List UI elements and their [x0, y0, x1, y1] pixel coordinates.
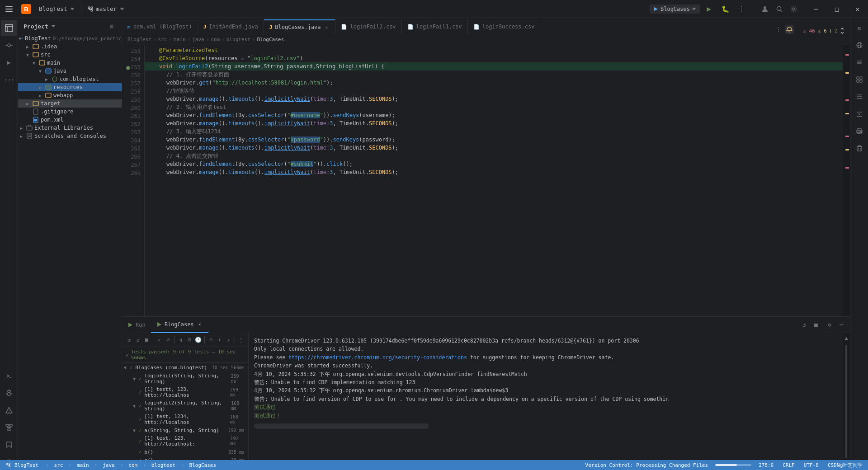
right-printer-icon[interactable] — [851, 123, 868, 139]
test-exclude-icon[interactable]: ⊘ — [165, 335, 171, 345]
right-list-icon[interactable] — [851, 54, 868, 70]
sidebar-title[interactable]: Project — [24, 23, 56, 30]
tab-loginfail1[interactable]: 📄 loginFail1.csv — [402, 19, 468, 34]
bc-main[interactable]: main — [174, 37, 186, 42]
username[interactable]: CSDN@叶芝同学 — [826, 462, 864, 469]
scroll-up-icon[interactable]: ▲ — [844, 335, 848, 341]
tab-initandend[interactable]: J InitAndEnd.java — [198, 19, 264, 34]
rerun-icon[interactable]: ↺ — [799, 320, 809, 330]
right-list2-icon[interactable] — [851, 71, 868, 88]
stop-test-icon[interactable]: ■ — [143, 335, 150, 345]
test-group-root[interactable]: ▼ ✓ BlogCases (com.blogtest) 10 sec 566m… — [122, 363, 248, 372]
tree-item-webapp[interactable]: ▶ webapp — [18, 91, 122, 99]
tree-item-com-blogtest[interactable]: ▶ com.blogtest — [18, 75, 122, 83]
tab-loginsuccess[interactable]: 📄 loginSuccess.csv — [468, 19, 541, 34]
sidebar-debug-icon[interactable] — [1, 385, 17, 401]
close-button[interactable]: ✕ — [847, 0, 868, 18]
code-editor[interactable]: 253 254 ●255 256 257 258 259 260 261 262… — [122, 45, 850, 316]
sort-icon[interactable]: ⇅ — [177, 335, 184, 345]
security-link[interactable]: https://chromedriver.chromium.org/securi… — [288, 354, 467, 361]
console-scrollbar[interactable] — [254, 423, 429, 429]
restart-test-icon[interactable]: ↺ — [126, 335, 132, 345]
tree-item-target[interactable]: ▶ target — [18, 99, 122, 108]
sidebar-more-icon[interactable]: ··· — [1, 71, 17, 88]
file-encoding[interactable]: UTF-8 — [802, 462, 821, 468]
rerun-failed-icon[interactable]: ↺ — [134, 335, 141, 345]
bc-src[interactable]: src — [158, 37, 167, 42]
code-content[interactable]: @ParameterizedTest @CsvFileSource(resour… — [145, 45, 843, 316]
bc-com[interactable]: com — [211, 37, 220, 42]
run-config-dropdown[interactable]: BlogCases — [650, 5, 700, 14]
expand-icon[interactable] — [840, 28, 844, 34]
minimize-panel-icon[interactable]: − — [836, 320, 846, 330]
tree-item-src[interactable]: ▼ src — [18, 51, 122, 59]
menu-icon[interactable] — [0, 0, 18, 18]
bc-blogcases[interactable]: BlogCases — [257, 37, 284, 42]
tab-blogcases-close[interactable]: ✕ — [323, 24, 330, 30]
sidebar-commit-icon[interactable] — [1, 37, 17, 53]
sidebar-gear-icon[interactable]: ⚙ — [107, 22, 116, 31]
sidebar-problems-icon[interactable] — [1, 402, 17, 418]
search-button[interactable] — [772, 2, 787, 16]
sidebar-terminal-icon[interactable] — [1, 368, 17, 384]
user-button[interactable] — [758, 2, 772, 16]
sidebar-bookmark-icon[interactable] — [1, 437, 17, 453]
vc-status[interactable]: Version Control: Processing Changed File… — [584, 462, 710, 468]
debug-button[interactable]: 🐛 — [718, 2, 732, 16]
project-dropdown[interactable]: BlogTest — [34, 5, 79, 12]
sidebar-run-icon[interactable]: ▶ — [1, 54, 17, 70]
bottom-tab-blogcases[interactable]: BlogCases ✕ — [151, 317, 208, 333]
scroll-track[interactable] — [845, 345, 847, 458]
more-run-options[interactable]: ⋮ — [734, 2, 749, 16]
tree-item-gitignore[interactable]: ▶ .gitignore — [18, 108, 122, 116]
stop-icon[interactable]: ■ — [811, 320, 821, 330]
settings-bottom-icon[interactable]: ⚙ — [825, 320, 835, 330]
tree-item-resources[interactable]: ▶ resources — [18, 83, 122, 91]
right-globe-icon[interactable] — [851, 37, 868, 53]
right-lines3-icon[interactable] — [851, 89, 868, 105]
tree-item-main[interactable]: ▼ main — [18, 59, 122, 67]
bottom-tab-close[interactable]: ✕ — [197, 321, 203, 328]
recent-files-icon[interactable]: ⋮ — [774, 25, 783, 34]
test-subitem-loginfail2-1[interactable]: ✓ [1] test, 1234, http://localhos 168 ms — [122, 413, 248, 426]
crlf[interactable]: CRLF — [781, 462, 797, 468]
bc-java[interactable]: java — [192, 37, 204, 42]
group-icon[interactable]: ⊞ — [186, 335, 193, 345]
bottom-tab-run[interactable]: Run — [122, 317, 151, 333]
tab-pom[interactable]: m pom.xml (BlogTest) — [122, 19, 198, 34]
open-in-editor-icon[interactable]: ↗ — [225, 335, 232, 345]
tab-blogcases[interactable]: J BlogCases.java ✕ — [264, 19, 336, 34]
test-item-loginfail2[interactable]: ▼ ✓ loginFail2(String, String, String) 1… — [122, 399, 248, 413]
tree-item-external-libs[interactable]: ▶ External Libraries — [18, 124, 122, 132]
sidebar-structure-icon[interactable] — [1, 419, 17, 436]
tree-item-java[interactable]: ▼ java — [18, 67, 122, 75]
test-item-b[interactable]: ▶ ✓ b() 335 ms — [122, 448, 248, 456]
coverage-icon[interactable]: ⊙ — [208, 335, 214, 345]
minimize-button[interactable]: ─ — [806, 0, 826, 18]
test-item-loginfail[interactable]: ▼ ✓ loginFail(String, String, String) 25… — [122, 372, 248, 385]
tree-item-scratches[interactable]: ▶ Scratches and Consoles — [18, 132, 122, 140]
bc-blogtest2[interactable]: blogtest — [226, 37, 250, 42]
vcs-icon[interactable]: BlogTest — [4, 462, 40, 468]
notification-icon[interactable] — [785, 25, 794, 34]
test-subitem-loginfail1[interactable]: ✓ [1] testt, 123, http://localhos 259 ms — [122, 385, 248, 399]
history-icon[interactable]: 🕐 — [195, 335, 202, 345]
export-icon[interactable]: ⬆ — [216, 335, 223, 345]
tree-item-blogtest[interactable]: ▼ BlogTest D:/storage/java_practic — [18, 34, 122, 42]
branch-dropdown[interactable]: master — [83, 5, 129, 12]
right-delete-icon[interactable] — [851, 140, 868, 156]
console-output[interactable]: Starting ChromeDriver 123.0.6312.105 (39… — [249, 333, 843, 470]
run-button[interactable]: ▶ — [702, 2, 716, 16]
sidebar-project-icon[interactable] — [1, 20, 17, 36]
right-maven-icon[interactable]: m — [851, 20, 868, 36]
bc-blogtest[interactable]: BlogTest — [127, 37, 151, 42]
more-test-options[interactable]: ⋮ — [238, 335, 245, 345]
maximize-button[interactable]: □ — [826, 0, 847, 18]
test-list[interactable]: ▼ ✓ BlogCases (com.blogtest) 10 sec 566m… — [122, 363, 248, 470]
tab-loginfail2[interactable]: 📄 loginFail2.csv — [335, 19, 401, 34]
tree-item-idea[interactable]: ▶ .idea — [18, 42, 122, 51]
tree-item-pom[interactable]: ▶ m pom.xml — [18, 116, 122, 124]
settings-button[interactable] — [787, 2, 801, 16]
position[interactable]: 278:6 — [757, 462, 775, 468]
test-subitem-a1[interactable]: ✓ [1] test, 123, http://localhost: 192 m… — [122, 434, 248, 448]
